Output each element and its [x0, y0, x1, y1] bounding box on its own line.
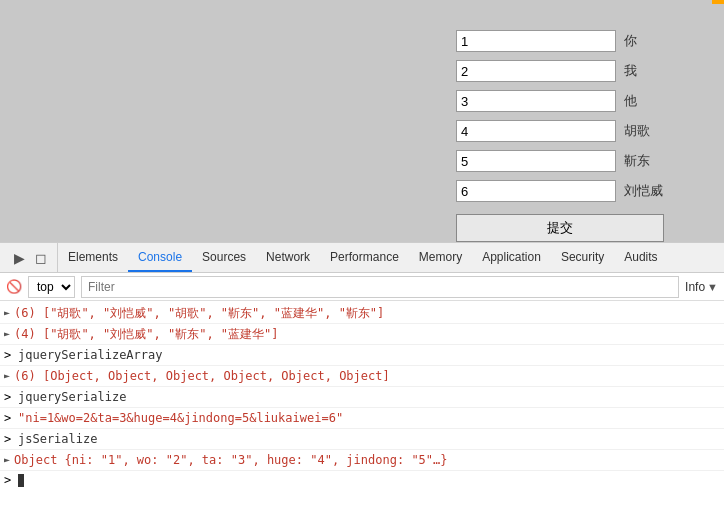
console-text: Object {ni: "1", wo: "2", ta: "3", huge:…	[14, 451, 720, 469]
form-row-jindong: 靳东	[456, 150, 664, 172]
input-liukaiwei[interactable]	[456, 180, 616, 202]
expand-icon[interactable]: ►	[4, 325, 10, 343]
tab-elements[interactable]: Elements	[58, 243, 128, 272]
inspect-icon[interactable]: ▶	[12, 248, 27, 268]
form-row-ta: 他	[456, 90, 664, 112]
label-jindong: 靳东	[624, 152, 664, 170]
info-label: Info	[685, 280, 705, 294]
label-liukaiwei: 刘恺威	[624, 182, 664, 200]
tab-console[interactable]: Console	[128, 243, 192, 272]
paused-badge	[712, 0, 724, 4]
tab-application[interactable]: Application	[472, 243, 551, 272]
form-container: 你我他胡歌靳东刘恺威提交	[456, 30, 664, 242]
console-text: "ni=1&wo=2&ta=3&huge=4&jindong=5&liukaiw…	[18, 409, 720, 427]
devtools-tabs-bar: ▶ ◻ ElementsConsoleSourcesNetworkPerform…	[0, 243, 724, 273]
label-wo: 我	[624, 62, 664, 80]
prompt-arrow: >	[4, 409, 18, 427]
label-ni: 你	[624, 32, 664, 50]
cursor-prompt: >	[4, 473, 18, 487]
device-icon[interactable]: ◻	[33, 248, 49, 268]
console-line: ►(6) [Object, Object, Object, Object, Ob…	[0, 366, 724, 387]
input-jindong[interactable]	[456, 150, 616, 172]
form-row-liukaiwei: 刘恺威	[456, 180, 664, 202]
context-selector[interactable]: top	[28, 276, 75, 298]
filter-bar: 🚫 top Info ▼	[0, 273, 724, 301]
console-output: ►(6) ["胡歌", "刘恺威", "胡歌", "靳东", "蓝建华", "靳…	[0, 301, 724, 506]
console-text: (6) ["胡歌", "刘恺威", "胡歌", "靳东", "蓝建华", "靳东…	[14, 304, 720, 322]
form-row-wo: 我	[456, 60, 664, 82]
devtools-panel: ▶ ◻ ElementsConsoleSourcesNetworkPerform…	[0, 242, 724, 506]
filter-input[interactable]	[81, 276, 679, 298]
console-text: jquerySerializeArray	[18, 346, 720, 364]
expand-icon[interactable]: ►	[4, 451, 10, 469]
tab-performance[interactable]: Performance	[320, 243, 409, 272]
prompt-arrow: >	[4, 430, 18, 448]
tab-security[interactable]: Security	[551, 243, 614, 272]
console-line: >jsSerialize	[0, 429, 724, 450]
submit-button[interactable]: 提交	[456, 214, 664, 242]
console-line: ►(4) ["胡歌", "刘恺威", "靳东", "蓝建华"]	[0, 324, 724, 345]
prompt-arrow: >	[4, 346, 18, 364]
tab-audits[interactable]: Audits	[614, 243, 667, 272]
label-ta: 他	[624, 92, 664, 110]
expand-icon[interactable]: ►	[4, 367, 10, 385]
console-text: (6) [Object, Object, Object, Object, Obj…	[14, 367, 720, 385]
console-line: ►(6) ["胡歌", "刘恺威", "胡歌", "靳东", "蓝建华", "靳…	[0, 303, 724, 324]
clear-console-icon[interactable]: 🚫	[6, 279, 22, 294]
input-ni[interactable]	[456, 30, 616, 52]
prompt-arrow: >	[4, 388, 18, 406]
form-row-huge: 胡歌	[456, 120, 664, 142]
input-wo[interactable]	[456, 60, 616, 82]
info-chevron[interactable]: ▼	[707, 281, 718, 293]
input-ta[interactable]	[456, 90, 616, 112]
console-text: (4) ["胡歌", "刘恺威", "靳东", "蓝建华"]	[14, 325, 720, 343]
tab-memory[interactable]: Memory	[409, 243, 472, 272]
text-cursor	[18, 474, 24, 487]
tab-network[interactable]: Network	[256, 243, 320, 272]
expand-icon[interactable]: ►	[4, 304, 10, 322]
log-level-container: Info ▼	[685, 280, 718, 294]
console-text: jsSerialize	[18, 430, 720, 448]
console-text: jquerySerialize	[18, 388, 720, 406]
console-cursor-line: >	[0, 471, 724, 489]
input-huge[interactable]	[456, 120, 616, 142]
top-content-area: 你我他胡歌靳东刘恺威提交	[0, 0, 724, 242]
console-line: >"ni=1&wo=2&ta=3&huge=4&jindong=5&liukai…	[0, 408, 724, 429]
console-line: >jquerySerialize	[0, 387, 724, 408]
console-line: >jquerySerializeArray	[0, 345, 724, 366]
form-row-ni: 你	[456, 30, 664, 52]
devtools-icon-buttons: ▶ ◻	[4, 243, 58, 272]
console-line: ►Object {ni: "1", wo: "2", ta: "3", huge…	[0, 450, 724, 471]
tab-sources[interactable]: Sources	[192, 243, 256, 272]
label-huge: 胡歌	[624, 122, 664, 140]
